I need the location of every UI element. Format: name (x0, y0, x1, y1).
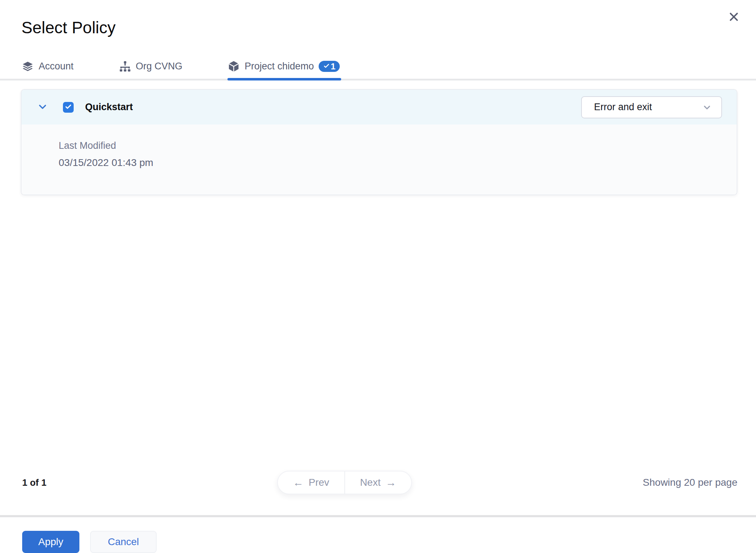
cube-icon (227, 60, 240, 73)
policy-row-details: Last Modified 03/15/2022 01:43 pm (21, 124, 737, 195)
collapse-row-button[interactable] (36, 101, 49, 113)
per-page-indicator: Showing 20 per page (643, 477, 737, 488)
tab-account-label: Account (39, 61, 74, 72)
next-page-button[interactable]: Next → (344, 471, 412, 494)
layers-icon (21, 60, 34, 73)
cancel-button[interactable]: Cancel (90, 531, 157, 553)
select-policy-modal: Select Policy Account (0, 0, 756, 553)
pager: ← Prev Next → (277, 471, 412, 494)
selected-count: 1 (331, 62, 335, 72)
apply-button[interactable]: Apply (22, 531, 79, 553)
last-modified-value: 03/15/2022 01:43 pm (59, 157, 737, 168)
content-spacer (0, 195, 756, 470)
scope-tabs: Account Org CVNG (0, 60, 756, 80)
policy-card: Quickstart Error and exit Last Modified … (21, 89, 737, 195)
org-hierarchy-icon (119, 60, 131, 73)
policy-action-select[interactable]: Error and exit (581, 96, 722, 118)
check-icon (323, 62, 330, 72)
policy-row: Quickstart Error and exit (21, 90, 737, 124)
tab-account[interactable]: Account (21, 60, 74, 79)
chevron-down-icon (702, 102, 712, 112)
prev-label: Prev (309, 477, 329, 488)
arrow-right-icon: → (386, 477, 396, 488)
modal-title: Select Policy (21, 18, 756, 37)
next-label: Next (360, 477, 381, 488)
close-icon (728, 11, 740, 24)
page-indicator: 1 of 1 (22, 477, 46, 488)
close-button[interactable] (726, 9, 742, 25)
tab-project-chidemo[interactable]: Project chidemo 1 (227, 60, 340, 79)
selected-count-badge: 1 (319, 61, 340, 72)
policy-name: Quickstart (85, 102, 133, 113)
policy-checkbox[interactable] (63, 102, 74, 113)
check-icon (64, 103, 72, 112)
tab-project-chidemo-label: Project chidemo (245, 61, 314, 72)
tab-org-cvng-label: Org CVNG (136, 61, 183, 72)
arrow-left-icon: ← (293, 477, 304, 488)
policy-action-value: Error and exit (594, 102, 652, 113)
last-modified-label: Last Modified (59, 140, 737, 151)
prev-page-button[interactable]: ← Prev (278, 471, 344, 494)
chevron-down-icon (37, 101, 48, 113)
footer-actions: Apply Cancel (0, 517, 756, 553)
tab-org-cvng[interactable]: Org CVNG (119, 60, 183, 79)
pagination-bar: 1 of 1 ← Prev Next → Showing 20 per page (0, 470, 756, 495)
